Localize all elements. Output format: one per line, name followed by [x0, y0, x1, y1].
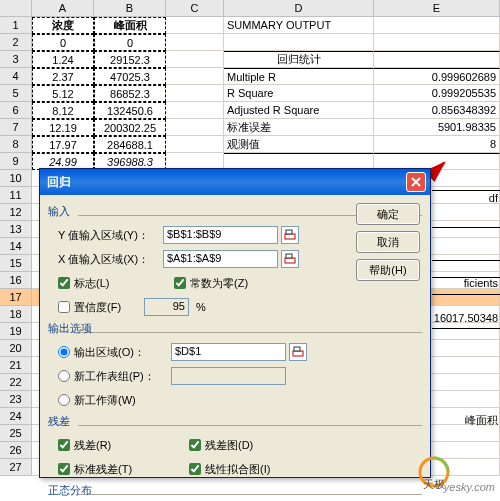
cancel-button[interactable]: 取消	[356, 231, 420, 253]
row-header[interactable]: 20	[0, 340, 32, 357]
close-button[interactable]	[406, 172, 426, 192]
x-range-input[interactable]: $A$1:$A$9	[163, 250, 278, 268]
cell[interactable]: 29152.3	[94, 51, 166, 68]
cell[interactable]: 47025.3	[94, 68, 166, 85]
cell[interactable]: 284688.1	[94, 136, 166, 153]
cell[interactable]: 0.999602689	[374, 68, 500, 85]
row-header[interactable]: 2	[0, 34, 32, 51]
row-header[interactable]: 17	[0, 289, 32, 306]
y-range-input[interactable]: $B$1:$B$9	[163, 226, 278, 244]
dialog-titlebar[interactable]: 回归	[40, 169, 430, 195]
output-range-input[interactable]: $D$1	[171, 343, 286, 361]
cell[interactable]	[166, 102, 224, 119]
row-header[interactable]: 15	[0, 255, 32, 272]
cell[interactable]	[166, 136, 224, 153]
help-button[interactable]: 帮助(H)	[356, 259, 420, 281]
output-range-label: 输出区域(O)：	[74, 345, 171, 360]
cell[interactable]: 200302.25	[94, 119, 166, 136]
new-sheet-radio[interactable]	[58, 370, 70, 382]
cell[interactable]: 0.999205535	[374, 85, 500, 102]
cell[interactable]: 0	[94, 34, 166, 51]
cell[interactable]	[166, 51, 224, 68]
labels-checkbox[interactable]	[58, 277, 70, 289]
row-header[interactable]: 1	[0, 17, 32, 34]
cell[interactable]	[166, 119, 224, 136]
cell[interactable]	[166, 17, 224, 34]
std-residual-checkbox[interactable]	[58, 463, 70, 475]
cell[interactable]: 1.24	[32, 51, 94, 68]
row-header[interactable]: 4	[0, 68, 32, 85]
row-header[interactable]: 12	[0, 204, 32, 221]
cell[interactable]	[374, 17, 500, 34]
row-header[interactable]: 23	[0, 391, 32, 408]
cell[interactable]: 峰面积	[94, 17, 166, 34]
cell[interactable]: Adjusted R Square	[224, 102, 374, 119]
residual-checkbox[interactable]	[58, 439, 70, 451]
new-sheet-input[interactable]	[171, 367, 286, 385]
section-normal: 正态分布	[48, 483, 422, 498]
cell[interactable]: 观测值	[224, 136, 374, 153]
ok-button[interactable]: 确定	[356, 203, 420, 225]
row-header[interactable]: 6	[0, 102, 32, 119]
cell[interactable]	[374, 51, 500, 68]
cell[interactable]	[166, 34, 224, 51]
svg-text:天极: 天极	[423, 478, 445, 489]
row-header[interactable]: 14	[0, 238, 32, 255]
row-header[interactable]: 11	[0, 187, 32, 204]
col-header-c[interactable]: C	[166, 0, 224, 17]
row-header[interactable]: 5	[0, 85, 32, 102]
row-header[interactable]: 22	[0, 374, 32, 391]
col-header-d[interactable]: D	[224, 0, 374, 17]
col-header-a[interactable]: A	[32, 0, 94, 17]
ref-button[interactable]	[281, 250, 299, 268]
residual-plot-checkbox[interactable]	[189, 439, 201, 451]
cell[interactable]: 5901.98335	[374, 119, 500, 136]
col-header-b[interactable]: B	[94, 0, 166, 17]
row-header[interactable]: 13	[0, 221, 32, 238]
fit-plot-checkbox[interactable]	[189, 463, 201, 475]
cell[interactable]	[224, 34, 374, 51]
cell[interactable]	[166, 85, 224, 102]
row-header[interactable]: 7	[0, 119, 32, 136]
cell[interactable]: 回归统计	[224, 51, 374, 68]
cell[interactable]: 8.12	[32, 102, 94, 119]
row-header[interactable]: 19	[0, 323, 32, 340]
row-header[interactable]: 18	[0, 306, 32, 323]
cell[interactable]: 5.12	[32, 85, 94, 102]
corner-cell[interactable]	[0, 0, 32, 17]
row-header[interactable]: 8	[0, 136, 32, 153]
output-range-radio[interactable]	[58, 346, 70, 358]
row-header[interactable]: 25	[0, 425, 32, 442]
cell[interactable]: 8	[374, 136, 500, 153]
row-header[interactable]: 26	[0, 442, 32, 459]
cell[interactable]: 132450.6	[94, 102, 166, 119]
cell[interactable]: 2.37	[32, 68, 94, 85]
ref-button[interactable]	[281, 226, 299, 244]
cell[interactable]: 86852.3	[94, 85, 166, 102]
row-header[interactable]: 21	[0, 357, 32, 374]
collapse-icon	[284, 229, 296, 241]
col-header-e[interactable]: E	[374, 0, 500, 17]
cell[interactable]	[374, 34, 500, 51]
row-header[interactable]: 16	[0, 272, 32, 289]
cell[interactable]: 标准误差	[224, 119, 374, 136]
cell[interactable]: R Square	[224, 85, 374, 102]
row-header[interactable]: 10	[0, 170, 32, 187]
cell[interactable]: 17.97	[32, 136, 94, 153]
cell[interactable]: 0.856348392	[374, 102, 500, 119]
cell[interactable]: SUMMARY OUTPUT	[224, 17, 374, 34]
ref-button[interactable]	[289, 343, 307, 361]
cell[interactable]: 0	[32, 34, 94, 51]
row-header[interactable]: 9	[0, 153, 32, 170]
cell[interactable]: 浓度	[32, 17, 94, 34]
cell[interactable]	[166, 68, 224, 85]
cell[interactable]: 12.19	[32, 119, 94, 136]
new-book-radio[interactable]	[58, 394, 70, 406]
zero-checkbox[interactable]	[174, 277, 186, 289]
row-header[interactable]: 27	[0, 459, 32, 476]
cell[interactable]: Multiple R	[224, 68, 374, 85]
confidence-input[interactable]: 95	[144, 298, 189, 316]
confidence-checkbox[interactable]	[58, 301, 70, 313]
row-header[interactable]: 24	[0, 408, 32, 425]
row-header[interactable]: 3	[0, 51, 32, 68]
